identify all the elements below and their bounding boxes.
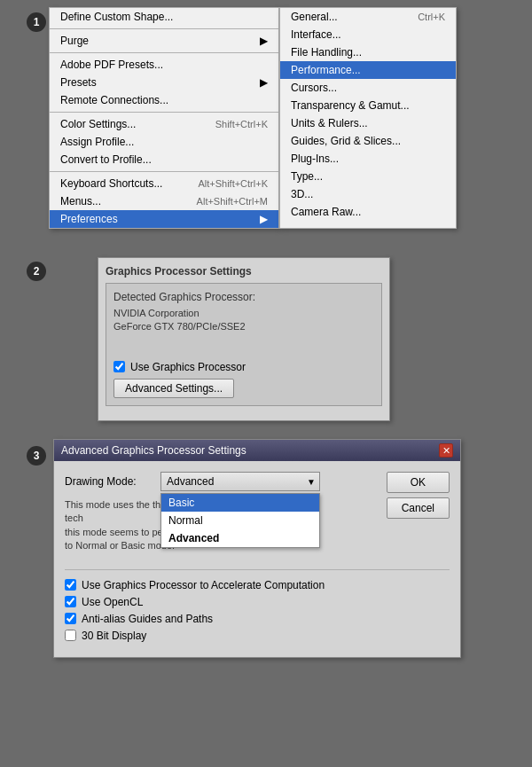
gps-dialog: Graphics Processor Settings Detected Gra… bbox=[98, 257, 390, 421]
separator bbox=[50, 52, 278, 53]
agps-checkbox-30bit: 30 Bit Display bbox=[65, 630, 450, 642]
agps-checkbox-opencl: Use OpenCL bbox=[65, 596, 450, 608]
menu-item-camera-raw[interactable]: Camera Raw... bbox=[280, 203, 456, 221]
menu-item-file-handling[interactable]: File Handling... bbox=[280, 43, 456, 61]
menu-item-presets[interactable]: Presets ▶ bbox=[50, 74, 278, 91]
menu-item-assign-profile[interactable]: Assign Profile... bbox=[50, 133, 278, 151]
menu-item-define-custom-shape[interactable]: Define Custom Shape... bbox=[50, 8, 278, 26]
agps-button-group: OK Cancel bbox=[387, 472, 450, 519]
menu-item-color-settings[interactable]: Color Settings... Shift+Ctrl+K bbox=[50, 115, 278, 133]
agps-opencl-checkbox[interactable] bbox=[65, 596, 76, 607]
agps-30bit-checkbox[interactable] bbox=[65, 630, 76, 641]
step3-circle: 3 bbox=[27, 446, 46, 466]
gps-title: Graphics Processor Settings bbox=[106, 265, 382, 278]
separator bbox=[50, 28, 278, 29]
agps-titlebar: Advanced Graphics Processor Settings ✕ bbox=[54, 440, 460, 461]
menu-item-general[interactable]: General... Ctrl+K bbox=[280, 8, 456, 26]
agps-checkboxes: Use Graphics Processor to Accelerate Com… bbox=[65, 579, 450, 642]
gps-inner: Detected Graphics Processor: NVIDIA Corp… bbox=[106, 283, 382, 406]
agps-ok-button[interactable]: OK bbox=[387, 472, 450, 493]
dropdown-item-normal[interactable]: Normal bbox=[161, 512, 319, 529]
separator bbox=[50, 171, 278, 172]
menu-item-preferences[interactable]: Preferences ▶ bbox=[50, 210, 278, 228]
gps-advanced-settings-button[interactable]: Advanced Settings... bbox=[113, 379, 234, 398]
menu-item-units-rulers[interactable]: Units & Rulers... bbox=[280, 114, 456, 132]
agps-cancel-button[interactable]: Cancel bbox=[387, 497, 450, 519]
menu-item-convert-profile[interactable]: Convert to Profile... bbox=[50, 151, 278, 168]
menu-item-remote-connections[interactable]: Remote Connections... bbox=[50, 91, 278, 109]
dropdown-item-basic[interactable]: Basic bbox=[161, 494, 319, 512]
separator bbox=[50, 112, 278, 113]
menu-item-interface[interactable]: Interface... bbox=[280, 26, 456, 43]
gps-use-gpu-row: Use Graphics Processor bbox=[113, 361, 374, 373]
drawing-mode-dropdown: Basic Normal Advanced bbox=[160, 493, 320, 548]
menu-item-plugins[interactable]: Plug-Ins... bbox=[280, 150, 456, 168]
menu-item-menus[interactable]: Menus... Alt+Shift+Ctrl+M bbox=[50, 192, 278, 210]
menu-item-cursors[interactable]: Cursors... bbox=[280, 79, 456, 97]
dropdown-item-advanced[interactable]: Advanced bbox=[161, 529, 319, 547]
drawing-mode-label: Drawing Mode: bbox=[65, 475, 153, 488]
agps-accelerate-checkbox[interactable] bbox=[65, 579, 76, 591]
gps-detected-label: Detected Graphics Processor: bbox=[113, 291, 374, 303]
drawing-mode-row: Drawing Mode: Advanced ▼ Basic N bbox=[65, 472, 378, 491]
agps-divider bbox=[65, 569, 450, 570]
agps-close-button[interactable]: ✕ bbox=[439, 443, 453, 458]
menu-item-purge[interactable]: Purge ▶ bbox=[50, 32, 278, 50]
agps-title: Advanced Graphics Processor Settings bbox=[61, 444, 246, 457]
agps-body: Drawing Mode: Advanced ▼ Basic N bbox=[54, 461, 460, 657]
step2-circle: 2 bbox=[27, 262, 46, 281]
agps-checkbox-accelerate: Use Graphics Processor to Accelerate Com… bbox=[65, 579, 450, 591]
step1-circle: 1 bbox=[27, 12, 46, 32]
menu-item-guides-grid[interactable]: Guides, Grid & Slices... bbox=[280, 132, 456, 150]
menu-item-3d[interactable]: 3D... bbox=[280, 185, 456, 203]
menu-item-pdf-presets[interactable]: Adobe PDF Presets... bbox=[50, 56, 278, 74]
menu-container: Define Custom Shape... Purge ▶ Adobe PDF… bbox=[49, 7, 457, 229]
gps-processor-line1: NVIDIA Corporation GeForce GTX 780/PCIe/… bbox=[113, 307, 374, 334]
menu-item-keyboard-shortcuts[interactable]: Keyboard Shortcuts... Alt+Shift+Ctrl+K bbox=[50, 175, 278, 192]
agps-dialog: Advanced Graphics Processor Settings ✕ D… bbox=[53, 439, 461, 658]
menu-item-type[interactable]: Type... bbox=[280, 168, 456, 185]
gps-use-gpu-checkbox[interactable] bbox=[113, 361, 125, 372]
menu-item-transparency[interactable]: Transparency & Gamut... bbox=[280, 97, 456, 114]
drawing-mode-select-container: Advanced ▼ Basic Normal bbox=[160, 472, 320, 491]
right-menu: General... Ctrl+K Interface... File Hand… bbox=[279, 7, 457, 229]
menu-item-performance[interactable]: Performance... bbox=[280, 61, 456, 79]
agps-antialias-checkbox[interactable] bbox=[65, 613, 76, 624]
agps-checkbox-antialias: Anti-alias Guides and Paths bbox=[65, 613, 450, 625]
left-menu: Define Custom Shape... Purge ▶ Adobe PDF… bbox=[49, 7, 279, 229]
drawing-mode-select[interactable]: Advanced ▼ bbox=[160, 472, 320, 491]
